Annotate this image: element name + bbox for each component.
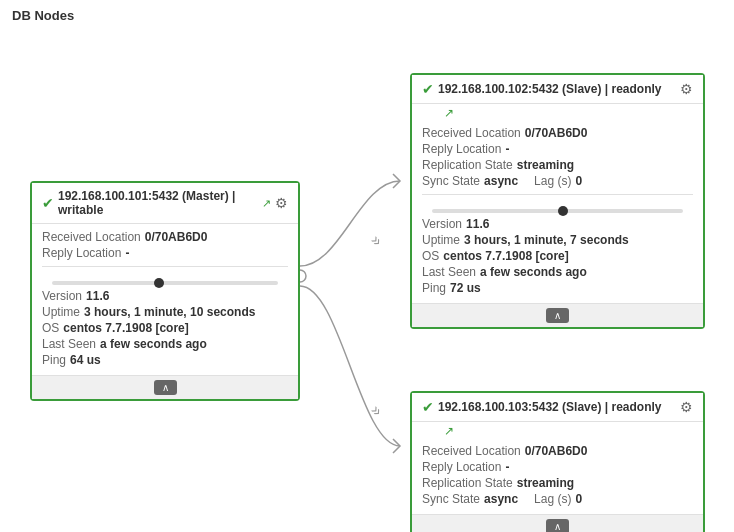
slave2-gear-icon[interactable]: ⚙	[680, 399, 693, 415]
master-slider-track	[52, 281, 278, 285]
slave1-ping-label: Ping	[422, 281, 446, 295]
slave2-replication-state-label: Replication State	[422, 476, 513, 490]
master-link-icon[interactable]: ↗	[262, 197, 271, 210]
slave1-version-value: 11.6	[466, 217, 489, 231]
slave2-node-footer: ∧	[412, 514, 703, 532]
master-lastseen-label: Last Seen	[42, 337, 96, 351]
slave1-node-title: 192.168.100.102:5432 (Slave) | readonly	[438, 82, 662, 96]
master-node-header: ✔ 192.168.100.101:5432 (Master) | writab…	[32, 183, 298, 224]
master-uptime-value: 3 hours, 1 minute, 10 seconds	[84, 305, 255, 319]
slave1-reply-location-value: -	[505, 142, 509, 156]
slave2-chevron-button[interactable]: ∧	[546, 519, 569, 532]
slave1-divider	[422, 194, 693, 195]
slave1-uptime-row: Uptime 3 hours, 1 minute, 7 seconds	[422, 233, 693, 247]
master-slider-area	[42, 273, 288, 289]
master-reply-location-value: -	[125, 246, 129, 260]
slave2-lag-label: Lag (s)	[534, 492, 571, 506]
master-uptime-row: Uptime 3 hours, 1 minute, 10 seconds	[42, 305, 288, 319]
master-lastseen-row: Last Seen a few seconds ago	[42, 337, 288, 351]
slave1-lag-value: 0	[575, 174, 582, 188]
slave2-replication-state-row: Replication State streaming	[422, 476, 693, 490]
master-divider	[42, 266, 288, 267]
slave2-link-icon[interactable]: ↗	[444, 424, 454, 438]
slave1-lag-label: Lag (s)	[534, 174, 571, 188]
master-slider-dot	[154, 278, 164, 288]
slave1-ping-row: Ping 72 us	[422, 281, 693, 295]
master-node-title: 192.168.100.101:5432 (Master) | writable	[58, 189, 258, 217]
slave2-reply-location-label: Reply Location	[422, 460, 501, 474]
master-version-row: Version 11.6	[42, 289, 288, 303]
slave1-received-location-value: 0/70AB6D0	[525, 126, 588, 140]
slave1-version-label: Version	[422, 217, 462, 231]
slave2-lag-value: 0	[575, 492, 582, 506]
slave2-node-body: Received Location 0/70AB6D0 Reply Locati…	[412, 438, 703, 514]
slave2-received-location-label: Received Location	[422, 444, 521, 458]
master-version-label: Version	[42, 289, 82, 303]
slave1-sync-state-row: Sync State async Lag (s) 0	[422, 174, 693, 188]
slave1-replication-state-row: Replication State streaming	[422, 158, 693, 172]
master-ping-value: 64 us	[70, 353, 101, 367]
svg-text:»: »	[368, 401, 386, 419]
slave2-replication-state-value: streaming	[517, 476, 574, 490]
master-ping-row: Ping 64 us	[42, 353, 288, 367]
slave1-lastseen-value: a few seconds ago	[480, 265, 587, 279]
master-lastseen-value: a few seconds ago	[100, 337, 207, 351]
master-received-location-row: Received Location 0/70AB6D0	[42, 230, 288, 244]
slave1-node-footer: ∧	[412, 303, 703, 327]
slave1-uptime-value: 3 hours, 1 minute, 7 seconds	[464, 233, 629, 247]
slave2-sync-state-value: async	[484, 492, 518, 506]
slave2-sync-state-label: Sync State	[422, 492, 480, 506]
slave1-slider-area	[422, 201, 693, 217]
slave1-reply-location-label: Reply Location	[422, 142, 501, 156]
slave1-ping-value: 72 us	[450, 281, 481, 295]
slave2-sync-state-row: Sync State async Lag (s) 0	[422, 492, 693, 506]
slave1-gear-icon[interactable]: ⚙	[680, 81, 693, 97]
master-node-body: Received Location 0/70AB6D0 Reply Locati…	[32, 224, 298, 375]
master-os-label: OS	[42, 321, 59, 335]
master-node-footer: ∧	[32, 375, 298, 399]
master-os-row: OS centos 7.7.1908 [core]	[42, 321, 288, 335]
slave2-reply-location-value: -	[505, 460, 509, 474]
slave1-node-header: ✔ 192.168.100.102:5432 (Slave) | readonl…	[412, 75, 703, 104]
slave1-link-icon[interactable]: ↗	[444, 106, 454, 120]
slave1-reply-location-row: Reply Location -	[422, 142, 693, 156]
master-check-icon: ✔	[42, 195, 54, 211]
slave1-check-icon: ✔	[422, 81, 434, 97]
slave1-slider-track	[432, 209, 683, 213]
slave2-reply-location-row: Reply Location -	[422, 460, 693, 474]
slave2-received-location-row: Received Location 0/70AB6D0	[422, 444, 693, 458]
slave1-replication-state-value: streaming	[517, 158, 574, 172]
slave2-node-header: ✔ 192.168.100.103:5432 (Slave) | readonl…	[412, 393, 703, 422]
master-ping-label: Ping	[42, 353, 66, 367]
slave2-node-title: 192.168.100.103:5432 (Slave) | readonly	[438, 400, 662, 414]
slave1-sync-state-label: Sync State	[422, 174, 480, 188]
svg-text:»: »	[368, 231, 386, 249]
slave1-os-row: OS centos 7.7.1908 [core]	[422, 249, 693, 263]
master-received-location-value: 0/70AB6D0	[145, 230, 208, 244]
master-reply-location-row: Reply Location -	[42, 246, 288, 260]
slave1-os-label: OS	[422, 249, 439, 263]
slave2-received-location-value: 0/70AB6D0	[525, 444, 588, 458]
master-uptime-label: Uptime	[42, 305, 80, 319]
slave1-lastseen-label: Last Seen	[422, 265, 476, 279]
slave1-node-body: Received Location 0/70AB6D0 Reply Locati…	[412, 120, 703, 303]
slave1-chevron-button[interactable]: ∧	[546, 308, 569, 323]
master-os-value: centos 7.7.1908 [core]	[63, 321, 188, 335]
slave2-node: ✔ 192.168.100.103:5432 (Slave) | readonl…	[410, 391, 705, 532]
slave1-sync-state-value: async	[484, 174, 518, 188]
slave1-slider-dot	[558, 206, 568, 216]
slave1-node: ✔ 192.168.100.102:5432 (Slave) | readonl…	[410, 73, 705, 329]
diagram-area: » » ✔ 192.168.100.101:5432 (Master) | wr…	[0, 31, 734, 532]
page-title: DB Nodes	[0, 0, 734, 31]
master-version-value: 11.6	[86, 289, 109, 303]
slave1-lastseen-row: Last Seen a few seconds ago	[422, 265, 693, 279]
master-gear-icon[interactable]: ⚙	[275, 195, 288, 211]
slave1-os-value: centos 7.7.1908 [core]	[443, 249, 568, 263]
master-reply-location-label: Reply Location	[42, 246, 121, 260]
slave1-received-location-label: Received Location	[422, 126, 521, 140]
master-node: ✔ 192.168.100.101:5432 (Master) | writab…	[30, 181, 300, 401]
slave1-received-location-row: Received Location 0/70AB6D0	[422, 126, 693, 140]
slave1-replication-state-label: Replication State	[422, 158, 513, 172]
slave1-version-row: Version 11.6	[422, 217, 693, 231]
master-chevron-button[interactable]: ∧	[154, 380, 177, 395]
